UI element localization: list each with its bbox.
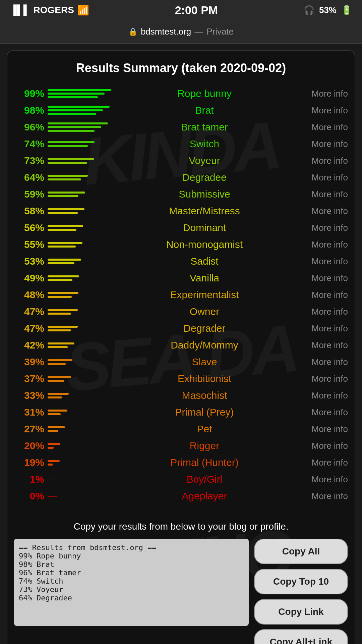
more-info-link[interactable]: More info xyxy=(294,89,348,99)
result-row: 39%SlaveMore info xyxy=(14,354,348,370)
status-left: ▐▌▌ ROGERS 📶 xyxy=(10,5,89,16)
bar-line xyxy=(48,342,74,344)
wifi-icon: 📶 xyxy=(77,5,89,16)
bar-line xyxy=(48,122,108,124)
result-bar-container xyxy=(48,426,115,432)
bar-line xyxy=(48,410,67,412)
result-bar-container xyxy=(48,208,115,214)
result-percent: 73% xyxy=(14,155,44,166)
more-info-link[interactable]: More info xyxy=(294,273,348,283)
bar-line xyxy=(48,262,74,264)
result-row: 99%Rope bunnyMore info xyxy=(14,85,348,102)
result-bar-container: — xyxy=(48,491,115,501)
result-row: 64%DegradeeMore info xyxy=(14,169,348,186)
copy-top10-button[interactable]: Copy Top 10 xyxy=(254,569,348,594)
result-row: 53%SadistMore info xyxy=(14,253,348,270)
more-info-link[interactable]: More info xyxy=(294,307,348,317)
result-bar-container xyxy=(48,158,115,164)
result-percent: 47% xyxy=(14,323,44,334)
copy-all-link-button[interactable]: Copy All+Link xyxy=(254,629,348,644)
bar-line xyxy=(48,175,88,177)
result-row: 47%OwnerMore info xyxy=(14,303,348,320)
more-info-link[interactable]: More info xyxy=(294,122,348,132)
result-name: Degradee xyxy=(118,172,291,183)
result-bar-container xyxy=(48,225,115,231)
more-info-link[interactable]: More info xyxy=(294,357,348,367)
copy-link-button[interactable]: Copy Link xyxy=(254,599,348,625)
more-info-link[interactable]: More info xyxy=(294,441,348,451)
bar-line xyxy=(48,106,110,108)
bar-line xyxy=(48,259,81,261)
url-bar[interactable]: 🔒 bdsmtest.org — Private xyxy=(0,20,362,44)
more-info-link[interactable]: More info xyxy=(294,189,348,200)
more-info-link[interactable]: More info xyxy=(294,407,348,418)
result-row: 96%Brat tamerMore info xyxy=(14,119,348,136)
result-name: Rigger xyxy=(118,440,291,451)
result-bar-container xyxy=(48,342,115,348)
bar-line xyxy=(48,225,83,227)
result-row: 74%SwitchMore info xyxy=(14,136,348,152)
more-info-link[interactable]: More info xyxy=(294,340,348,351)
result-row: 1%—Boy/GirlMore info xyxy=(14,471,348,488)
bar-line xyxy=(48,89,111,91)
more-info-link[interactable]: More info xyxy=(294,239,348,250)
more-info-link[interactable]: More info xyxy=(294,156,348,166)
status-bar: ▐▌▌ ROGERS 📶 2:00 PM 🎧 53% 🔋 xyxy=(0,0,362,20)
result-name: Masochist xyxy=(118,390,291,401)
bar-line xyxy=(48,380,64,382)
more-info-link[interactable]: More info xyxy=(294,223,348,233)
result-bar-container xyxy=(48,393,115,398)
result-name: Dominant xyxy=(118,222,291,233)
result-bar-container xyxy=(48,376,115,382)
bar-line xyxy=(48,212,78,214)
result-name: Pet xyxy=(118,423,291,435)
bar-line xyxy=(48,96,98,98)
result-row: 19%Primal (Hunter)More info xyxy=(14,454,348,471)
bar-line xyxy=(48,192,85,194)
more-info-link[interactable]: More info xyxy=(294,172,348,183)
more-info-link[interactable]: More info xyxy=(294,458,348,468)
result-row: 31%Primal (Prey)More info xyxy=(14,404,348,421)
results-list: 99%Rope bunnyMore info98%BratMore info96… xyxy=(14,85,348,504)
result-name: Non-monogamist xyxy=(118,239,291,250)
more-info-link[interactable]: More info xyxy=(294,206,348,216)
result-percent: 64% xyxy=(14,172,44,183)
bar-line xyxy=(48,393,69,395)
result-name: Brat xyxy=(118,105,291,116)
result-bar-container xyxy=(48,192,115,197)
bar-line xyxy=(48,246,76,248)
result-name: Switch xyxy=(118,138,291,150)
bar-line xyxy=(48,363,66,365)
more-info-link[interactable]: More info xyxy=(294,474,348,485)
result-percent: 39% xyxy=(14,356,44,368)
bar-line xyxy=(48,296,72,298)
result-row: 98%BratMore info xyxy=(14,102,348,119)
more-info-link[interactable]: More info xyxy=(294,424,348,434)
result-bar-container xyxy=(48,275,115,281)
result-percent: 48% xyxy=(14,289,44,301)
more-info-link[interactable]: More info xyxy=(294,256,348,267)
result-bar-container xyxy=(48,141,115,147)
copy-intro: Copy your results from below to your blo… xyxy=(14,521,348,532)
more-info-link[interactable]: More info xyxy=(294,105,348,116)
result-name: Submissive xyxy=(118,189,291,200)
result-percent: 58% xyxy=(14,205,44,217)
more-info-link[interactable]: More info xyxy=(294,491,348,501)
result-row: 42%Daddy/MommyMore info xyxy=(14,337,348,354)
result-bar-container: — xyxy=(48,474,115,485)
bar-line xyxy=(48,313,71,315)
bar-line xyxy=(48,309,78,311)
result-name: Rope bunny xyxy=(118,88,291,99)
copy-textarea[interactable] xyxy=(14,539,249,626)
copy-all-button[interactable]: Copy All xyxy=(254,539,348,564)
result-percent: 53% xyxy=(14,256,44,267)
more-info-link[interactable]: More info xyxy=(294,323,348,334)
more-info-link[interactable]: More info xyxy=(294,390,348,401)
result-row: 56%DominantMore info xyxy=(14,219,348,236)
more-info-link[interactable]: More info xyxy=(294,374,348,384)
more-info-link[interactable]: More info xyxy=(294,290,348,300)
result-percent: 99% xyxy=(14,88,44,99)
more-info-link[interactable]: More info xyxy=(294,139,348,149)
result-row: 59%SubmissiveMore info xyxy=(14,186,348,203)
result-percent: 56% xyxy=(14,222,44,233)
